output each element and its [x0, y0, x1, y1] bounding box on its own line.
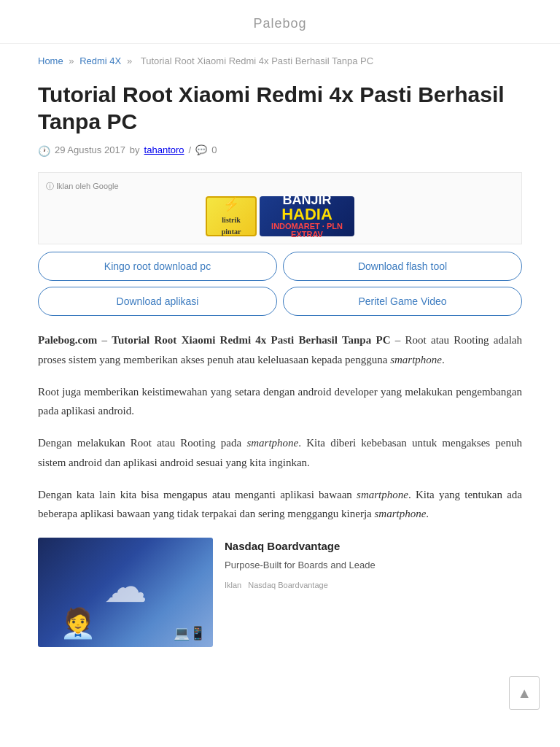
- ad-google-label: Iklan oleh Google: [56, 182, 119, 190]
- ad-label: ⓘ Iklan oleh Google: [46, 180, 514, 193]
- breadcrumb-current: Tutorial Root Xiaomi Redmi 4x Pasti Berh…: [141, 55, 373, 66]
- clock-icon: 🕐: [38, 143, 50, 159]
- back-to-top-area: ▲: [0, 662, 560, 724]
- smartphone-3: smartphone: [357, 489, 408, 500]
- promo-ad-label: Iklan Nasdaq Boardvantage: [225, 579, 522, 592]
- meta-by: by: [130, 143, 140, 158]
- paragraph-2: Root juga memberikan keistimewahan yang …: [38, 382, 522, 421]
- breadcrumb-sep2: »: [127, 55, 132, 66]
- promo-desc: Purpose-Built for Boards and Leade: [225, 558, 522, 573]
- ad-info-icon: ⓘ: [46, 182, 54, 190]
- ad-listrik-line2: pintar: [222, 226, 241, 238]
- person-icon: 🧑‍💼: [60, 600, 96, 647]
- intro-dash: –: [102, 334, 108, 346]
- back-to-top-button[interactable]: ▲: [509, 676, 540, 710]
- smartphone-2: smartphone: [246, 437, 298, 449]
- post-author[interactable]: tahantoro: [144, 143, 184, 158]
- post-meta: 🕐 29 Agustus 2017 by tahantoro / 💬 0: [38, 143, 522, 159]
- para3-start: Dengan melakukan Root atau Rooting pada: [38, 437, 246, 449]
- ad-banner: ⚡ listrik pintar BANJIR HADIA INDOMARET …: [46, 196, 514, 236]
- ad-link-kingo[interactable]: Kingo root download pc: [38, 252, 277, 281]
- intro-end-dash: –: [395, 334, 401, 346]
- post-date: 29 Agustus 2017: [55, 143, 125, 158]
- promo-ad-brand: Nasdaq Boardvantage: [248, 581, 327, 589]
- breadcrumb-home[interactable]: Home: [38, 55, 63, 66]
- ad-banjir-extra: Extrav: [271, 231, 343, 239]
- ad-links-grid: Kingo root download pc Download flash to…: [38, 252, 522, 317]
- para4-end: .: [426, 508, 429, 519]
- post-content: Palebog.com – Tutorial Root Xiaomi Redmi…: [38, 330, 522, 523]
- promo-ad-tag: Iklan: [225, 581, 241, 589]
- devices-icon: 💻📱: [174, 623, 206, 644]
- site-title: Palebog: [253, 16, 306, 31]
- ad-block: ⓘ Iklan oleh Google ⚡ listrik pintar BAN…: [38, 172, 522, 244]
- paragraph-1: Palebog.com – Tutorial Root Xiaomi Redmi…: [38, 330, 522, 369]
- site-header: Palebog: [0, 0, 560, 44]
- breadcrumb-sep1: »: [69, 55, 74, 66]
- intro-title-bold: Tutorial Root Xiaomi Redmi 4x Pasti Berh…: [112, 334, 390, 346]
- promo-brand: Nasdaq Boardvantage: [225, 538, 522, 555]
- post-title: Tutorial Root Xiaomi Redmi 4x Pasti Berh…: [38, 81, 522, 136]
- intro-site: Palebog.com: [38, 334, 97, 346]
- smartphone-4: smartphone: [374, 508, 426, 519]
- comment-icon: 💬: [195, 143, 207, 158]
- paragraph-3: Dengan melakukan Root atau Rooting pada …: [38, 433, 522, 472]
- comment-count: 0: [211, 143, 217, 158]
- breadcrumb-category[interactable]: Redmi 4X: [79, 55, 121, 66]
- breadcrumb: Home » Redmi 4X » Tutorial Root Xiaomi R…: [38, 44, 522, 75]
- ad-banjir: BANJIR HADIA INDOMARET · PLN Extrav: [260, 196, 354, 236]
- promo-image: ☁ 🧑‍💼 💻📱: [38, 538, 213, 647]
- ad-banjir-text: BANJIR HADIA INDOMARET · PLN Extrav: [271, 193, 343, 239]
- promo-text: Nasdaq Boardvantage Purpose-Built for Bo…: [225, 538, 522, 592]
- lightning-icon: ⚡: [223, 194, 239, 215]
- ad-link-flash[interactable]: Download flash tool: [283, 252, 522, 281]
- ad-link-peritel[interactable]: Peritel Game Video: [283, 287, 522, 316]
- ad-banjir-hadiah: HADIA: [271, 206, 343, 222]
- ad-link-aplikasi[interactable]: Download aplikasi: [38, 287, 277, 316]
- ad-listrik-line1: listrik: [222, 214, 241, 226]
- smartphone-1: smartphone: [390, 354, 442, 365]
- promo-block: ☁ 🧑‍💼 💻📱 Nasdaq Boardvantage Purpose-Bui…: [38, 538, 522, 647]
- ad-listrik: ⚡ listrik pintar: [206, 196, 257, 236]
- paragraph-4: Dengan kata lain kita bisa mengapus atau…: [38, 485, 522, 524]
- cloud-icon: ☁: [104, 552, 147, 622]
- para4-start: Dengan kata lain kita bisa mengapus atau…: [38, 489, 357, 500]
- para1-end: .: [442, 354, 445, 365]
